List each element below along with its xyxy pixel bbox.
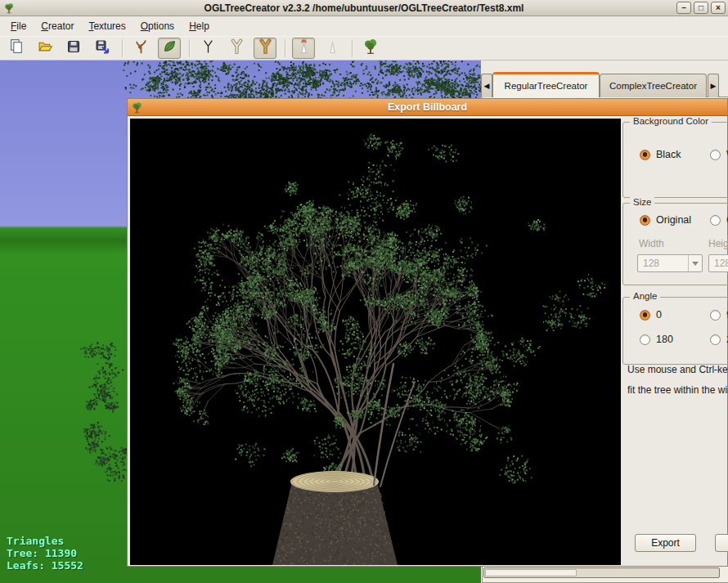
minimize-button[interactable]: – bbox=[676, 2, 691, 14]
toolbar-separator bbox=[189, 39, 190, 57]
y-branch-solid-button[interactable] bbox=[254, 38, 276, 59]
radio-black[interactable]: Black bbox=[640, 149, 681, 160]
new-file-icon bbox=[9, 38, 25, 57]
radio-angle-180[interactable]: 180 bbox=[640, 334, 673, 345]
bare-branch-icon bbox=[133, 38, 149, 57]
save-as-button[interactable] bbox=[91, 38, 114, 59]
tree-icon bbox=[362, 38, 379, 58]
y-branch-outline-button[interactable] bbox=[225, 38, 248, 59]
tab-scroll-right-icon[interactable]: ▶ bbox=[708, 74, 719, 97]
radio-black-icon bbox=[640, 150, 650, 160]
menu-help[interactable]: Help bbox=[182, 18, 217, 34]
triangle-stats: Triangles Tree: 11390 Leafs: 15552 bbox=[7, 535, 83, 572]
angle-group-title: Angle bbox=[630, 291, 660, 301]
radio-angle-90[interactable]: 90 bbox=[710, 309, 728, 321]
hint-line-1: Use mouse and Ctrl-key to bbox=[627, 364, 728, 375]
open-file-button[interactable] bbox=[34, 38, 56, 59]
branch-tool-button[interactable] bbox=[129, 38, 152, 59]
radio-angle-0-label: 0 bbox=[656, 309, 662, 321]
export-billboard-dialog: Export Billboard Background Color Black … bbox=[127, 98, 728, 567]
radio-white-icon bbox=[710, 150, 721, 160]
menu-options[interactable]: Options bbox=[133, 18, 182, 34]
toolbar-separator bbox=[122, 39, 123, 57]
y-branch-outline-icon bbox=[229, 38, 245, 57]
new-file-button[interactable] bbox=[5, 38, 28, 59]
candle-spark-icon bbox=[296, 38, 312, 57]
toolbar bbox=[0, 36, 728, 61]
size-group-title: Size bbox=[630, 197, 654, 207]
candle-plain-button[interactable] bbox=[321, 38, 344, 59]
tree-view-button[interactable] bbox=[359, 38, 382, 59]
candle-icon bbox=[325, 38, 340, 57]
radio-angle-0-icon bbox=[640, 310, 650, 321]
tab-complex-tree-creator[interactable]: ComplexTreeCreator bbox=[600, 74, 707, 97]
dialog-titlebar[interactable]: Export Billboard bbox=[128, 99, 727, 116]
radio-custom[interactable]: Custom bbox=[710, 214, 728, 226]
leaf-icon bbox=[162, 38, 178, 57]
width-dropdown-arrow-icon[interactable] bbox=[688, 255, 702, 271]
radio-original-icon bbox=[640, 215, 650, 226]
hint-line-2: fit the tree within the window bbox=[627, 384, 728, 396]
radio-black-label: Black bbox=[656, 149, 681, 160]
radio-angle-270-icon bbox=[710, 334, 721, 345]
y-branch-thin-icon bbox=[200, 38, 216, 57]
radio-angle-270[interactable]: 270 bbox=[710, 334, 728, 345]
menu-file[interactable]: File bbox=[3, 18, 34, 34]
toolbar-separator bbox=[285, 39, 285, 57]
y-branch-thin-button[interactable] bbox=[196, 38, 219, 59]
export-button[interactable]: Export bbox=[635, 534, 696, 552]
candle-spark-button[interactable] bbox=[292, 38, 315, 59]
height-label: Height bbox=[708, 238, 728, 249]
window-title: OGLTreeCreator v2.3.2 /home/ubuntuuser/O… bbox=[0, 2, 728, 14]
radio-angle-90-icon bbox=[710, 310, 721, 321]
menu-bar: File Creator Textures Options Help bbox=[0, 16, 728, 36]
stats-title: Triangles bbox=[7, 535, 83, 547]
horizontal-scrollbar[interactable] bbox=[483, 567, 720, 578]
main-area: Triangles Tree: 11390 Leafs: 15552 ◀ Reg… bbox=[0, 61, 728, 583]
tab-regular-tree-creator[interactable]: RegularTreeCreator bbox=[492, 72, 600, 97]
height-value: 128 bbox=[709, 258, 728, 269]
height-combo[interactable]: 128 bbox=[708, 254, 728, 272]
menu-creator[interactable]: Creator bbox=[34, 18, 81, 34]
open-folder-icon bbox=[38, 38, 53, 57]
radio-custom-icon bbox=[710, 215, 721, 226]
tab-scroll-left-icon[interactable]: ◀ bbox=[481, 74, 492, 97]
window-titlebar[interactable]: OGLTreeCreator v2.3.2 /home/ubuntuuser/O… bbox=[0, 0, 728, 16]
toolbar-separator bbox=[352, 39, 353, 57]
background-color-group: Background Color Black White bbox=[622, 122, 728, 198]
background-color-group-title: Background Color bbox=[630, 116, 712, 126]
menu-textures[interactable]: Textures bbox=[81, 18, 133, 34]
size-group: Size Original Custom Width Height 128 12… bbox=[622, 203, 728, 285]
width-value: 128 bbox=[638, 258, 688, 269]
billboard-preview-canvas[interactable] bbox=[130, 119, 621, 565]
stats-leafs: Leafs: 15552 bbox=[7, 559, 83, 572]
stats-tree: Tree: 11390 bbox=[7, 547, 83, 559]
leaf-tool-button[interactable] bbox=[158, 38, 181, 59]
dialog-title: Export Billboard bbox=[128, 101, 727, 113]
save-button[interactable] bbox=[62, 38, 85, 59]
radio-angle-180-label: 180 bbox=[656, 334, 673, 345]
radio-angle-0[interactable]: 0 bbox=[640, 309, 662, 321]
radio-angle-180-icon bbox=[640, 334, 650, 345]
y-branch-solid-icon bbox=[258, 38, 273, 57]
width-combo[interactable]: 128 bbox=[637, 254, 703, 272]
radio-white[interactable]: White bbox=[710, 149, 728, 160]
radio-original-label: Original bbox=[656, 214, 691, 226]
scrollbar-thumb[interactable] bbox=[485, 569, 577, 576]
secondary-button[interactable] bbox=[715, 534, 728, 552]
angle-group: Angle 0 90 180 270 bbox=[622, 297, 728, 365]
save-as-icon bbox=[95, 39, 110, 57]
close-button[interactable]: × bbox=[711, 2, 726, 14]
save-floppy-icon bbox=[66, 39, 81, 57]
maximize-button[interactable]: □ bbox=[694, 2, 708, 14]
width-label: Width bbox=[639, 238, 664, 249]
radio-original[interactable]: Original bbox=[640, 214, 691, 226]
